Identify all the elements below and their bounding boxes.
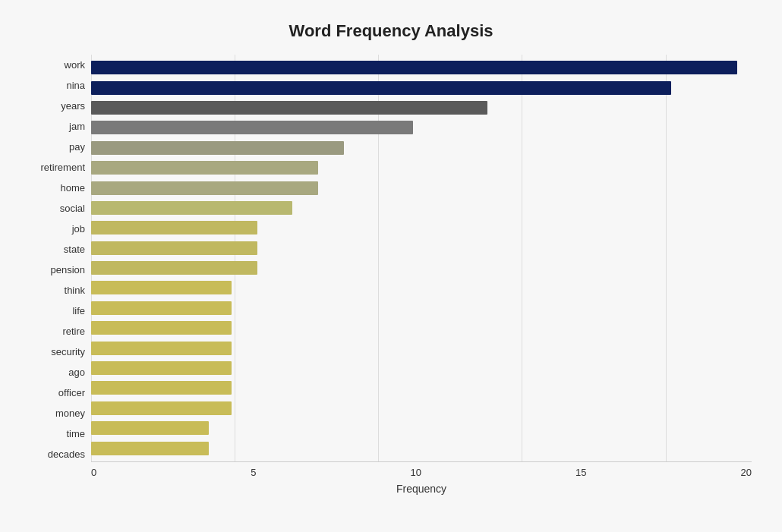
bar-jam (91, 121, 413, 134)
bar-work (91, 61, 737, 74)
bar-pay (91, 141, 344, 155)
y-label-officer: officer (58, 388, 85, 398)
bar-row (91, 159, 752, 176)
y-label-pension: pension (50, 265, 85, 275)
bar-security (91, 342, 232, 355)
x-axis: 05101520 (91, 461, 752, 478)
y-label-work: work (65, 60, 85, 70)
bar-row (91, 340, 752, 357)
y-label-think: think (65, 285, 85, 295)
bar-years (91, 101, 487, 115)
bar-row (91, 59, 752, 76)
bar-officer (91, 381, 232, 395)
bar-row (91, 240, 752, 257)
bar-row (91, 379, 752, 396)
x-axis-label: Frequency (91, 483, 752, 495)
bars-and-xaxis: 05101520 Frequency (91, 55, 752, 495)
y-label-retirement: retirement (40, 162, 85, 172)
bar-time (91, 421, 209, 435)
bar-row (91, 300, 752, 316)
chart-title: Word Frequency Analysis (30, 21, 752, 41)
bar-row (91, 99, 752, 116)
x-tick: 0 (91, 467, 96, 478)
bar-row (91, 279, 752, 296)
y-label-jam: jam (69, 121, 85, 131)
y-label-home: home (60, 183, 85, 193)
bar-retirement (91, 161, 318, 175)
bar-row (91, 140, 752, 156)
bar-ago (91, 361, 232, 375)
bar-life (91, 301, 232, 315)
bar-row (91, 400, 752, 417)
y-label-money: money (55, 408, 85, 418)
bar-row (91, 119, 752, 136)
bar-row (91, 420, 752, 436)
y-label-security: security (51, 347, 85, 357)
y-label-decades: decades (48, 449, 85, 459)
y-label-ago: ago (68, 367, 85, 377)
x-tick: 5 (251, 467, 256, 478)
y-label-nina: nina (66, 80, 85, 90)
x-tick: 20 (741, 467, 752, 478)
bar-decades (91, 442, 209, 455)
y-label-life: life (72, 306, 85, 316)
bar-money (91, 401, 232, 415)
bar-row (91, 80, 752, 96)
x-tick: 15 (575, 467, 586, 478)
bars-container (91, 55, 752, 461)
bar-pension (91, 261, 257, 275)
bar-row (91, 320, 752, 336)
y-label-retire: retire (62, 326, 85, 336)
bar-row (91, 180, 752, 197)
y-label-state: state (64, 244, 85, 254)
bar-job (91, 221, 257, 235)
bar-row (91, 200, 752, 216)
bar-home (91, 181, 318, 195)
y-label-time: time (66, 429, 85, 439)
y-label-job: job (72, 224, 85, 234)
bar-row (91, 260, 752, 276)
bars-area (91, 55, 752, 461)
bar-think (91, 281, 232, 294)
bar-row (91, 360, 752, 376)
bar-social (91, 201, 292, 215)
y-axis-labels: workninayearsjampayretirementhomesocialj… (30, 55, 91, 464)
bar-state (91, 241, 257, 255)
bar-nina (91, 81, 671, 95)
bar-row (91, 440, 752, 457)
y-label-social: social (60, 203, 85, 213)
y-label-years: years (61, 101, 85, 111)
bar-retire (91, 321, 232, 335)
bar-row (91, 219, 752, 236)
chart-area: workninayearsjampayretirementhomesocialj… (30, 55, 752, 495)
y-label-pay: pay (69, 142, 85, 152)
chart-container: Word Frequency Analysis workninayearsjam… (8, 6, 774, 526)
x-tick: 10 (411, 467, 421, 478)
